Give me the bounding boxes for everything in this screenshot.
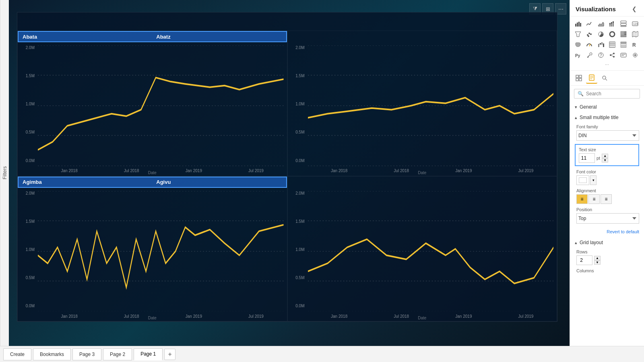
svg-rect-26 [611, 24, 612, 27]
rows-label: Rows [576, 249, 639, 254]
chart-bottom-left: Agimba Agivu 2.0M 1.5M 1.0M 0.5M 0.0M [17, 176, 287, 322]
viz-icon-card[interactable]: 123 [630, 19, 640, 29]
tab-add-button[interactable]: + [164, 349, 175, 360]
tab-bookmarks[interactable]: Bookmarks [33, 348, 71, 360]
tab-page2[interactable]: Page 2 [103, 348, 132, 360]
chart-top-left: Abata Abatz 2.0M 1.5M 1.0M 0.5M 0.0M [17, 31, 287, 176]
viz-icon-smart-narrative[interactable] [619, 50, 628, 60]
svg-line-91 [605, 79, 607, 80]
viz-icon-python[interactable]: Py [573, 50, 583, 60]
grid-layout-title: Grid layout [580, 240, 603, 245]
section-general[interactable]: ▾ General [570, 102, 644, 112]
svg-rect-76 [621, 53, 626, 57]
align-left-btn[interactable]: ≡ [576, 194, 588, 204]
revert-link[interactable]: Revert to default [607, 229, 639, 234]
viz-icon-map[interactable] [630, 29, 640, 39]
viz-icon-r-script[interactable]: R [630, 40, 640, 49]
viz-icon-scatter[interactable] [584, 29, 594, 39]
revert-row: Revert to default [570, 225, 644, 237]
align-right-btn[interactable]: ≡ [601, 194, 612, 204]
font-family-select[interactable]: DIN Arial Calibri Segoe UI [576, 130, 639, 141]
viz-icon-funnel[interactable] [573, 29, 583, 39]
filters-panel-toggle[interactable]: Filters [0, 0, 9, 346]
viz-icon-qa[interactable]: ? [596, 50, 606, 60]
search-input[interactable] [586, 91, 644, 97]
chart-header-top-left: Abata Abatz [18, 31, 287, 42]
section-small-multiple-title[interactable]: ▴ Small multiple title [570, 112, 644, 123]
svg-rect-25 [609, 23, 611, 25]
x-axis-bottom-left: Jan 2018 Jul 2018 Jan 2019 Jul 2019 [38, 311, 287, 321]
chart-svg-bottom-left [38, 191, 284, 312]
viz-icon-table[interactable] [619, 40, 628, 49]
search-box[interactable]: 🔍 [574, 89, 640, 99]
font-color-label: Font color [576, 169, 639, 174]
svg-rect-83 [579, 75, 582, 78]
font-color-swatch[interactable] [576, 175, 589, 185]
rows-input[interactable] [576, 255, 592, 265]
viz-icon-waterfall[interactable] [596, 40, 606, 49]
svg-text:?: ? [600, 53, 602, 58]
tab-search[interactable] [599, 72, 610, 84]
text-size-input[interactable] [579, 153, 595, 163]
chart-title-agivu: Agivu [152, 179, 286, 185]
svg-rect-44 [624, 31, 626, 33]
viz-icon-more[interactable] [630, 50, 640, 60]
svg-rect-24 [609, 25, 611, 27]
viz-more-dots: ··· [573, 61, 641, 68]
chart-title-abata: Abata [19, 34, 152, 40]
viz-icon-area[interactable] [596, 19, 606, 29]
tab-grid-view[interactable] [573, 72, 584, 84]
panel-header: Visualizations ❮ [570, 0, 644, 16]
rows-up-btn[interactable]: ▲ [594, 256, 601, 260]
position-select[interactable]: Top Bottom Left Right [576, 213, 639, 224]
tab-format[interactable] [586, 72, 597, 84]
section-grid-layout[interactable]: ▴ Grid layout [570, 237, 644, 248]
viz-icon-donut[interactable] [607, 29, 617, 39]
chart-bottom-right: 2.0M 1.5M 1.0M 0.5M 0.0M [287, 176, 557, 322]
viz-icon-line[interactable] [584, 19, 594, 29]
small-multiple-title: Small multiple title [580, 115, 619, 120]
viz-icon-bar[interactable] [573, 19, 583, 29]
viz-icon-stacked-bar[interactable] [607, 19, 617, 29]
alignment-label: Alignment [576, 188, 639, 193]
alignment-row: Alignment ≡ ≡ ≡ [570, 187, 644, 206]
text-size-up-btn[interactable]: ▲ [602, 154, 608, 158]
text-size-down-btn[interactable]: ▼ [602, 158, 608, 162]
charts-grid: Abata Abatz 2.0M 1.5M 1.0M 0.5M 0.0M [17, 31, 557, 321]
viz-icon-matrix[interactable] [607, 40, 617, 49]
svg-rect-54 [603, 43, 604, 47]
viz-icon-multi-row-card[interactable] [619, 19, 628, 29]
panel-collapse-button[interactable]: ❮ [630, 5, 638, 13]
chart-top-right: 2.0M 1.5M 1.0M 0.5M 0.0M [287, 31, 557, 176]
tab-page3[interactable]: Page 3 [72, 348, 101, 360]
text-size-spinner: ▲ ▼ [602, 154, 608, 162]
columns-label: Columns [576, 268, 639, 273]
chart-svg-top-right [308, 45, 554, 166]
general-title: General [580, 104, 597, 110]
viz-icon-treemap[interactable] [619, 29, 628, 39]
viz-icon-filled-map[interactable] [573, 40, 583, 49]
align-center-btn[interactable]: ≡ [588, 194, 600, 204]
chart-body-bottom-left [18, 188, 287, 312]
svg-rect-32 [621, 26, 626, 27]
rows-down-btn[interactable]: ▼ [594, 260, 601, 265]
tab-page1[interactable]: Page 1 [134, 348, 163, 360]
viz-icon-pie[interactable] [596, 29, 606, 39]
svg-point-37 [588, 33, 590, 34]
chart-body-bottom-right [288, 188, 557, 312]
chart-svg-bottom-right [308, 191, 554, 312]
svg-rect-21 [577, 23, 578, 27]
font-color-dropdown[interactable]: ▾ [590, 175, 597, 185]
text-size-unit: pt [597, 156, 600, 160]
svg-point-38 [590, 33, 592, 35]
viz-icon-key-influencers[interactable] [584, 50, 594, 60]
svg-rect-51 [598, 44, 599, 47]
tab-create[interactable]: Create [3, 348, 31, 360]
viz-icon-gauge[interactable] [584, 40, 594, 49]
svg-marker-35 [575, 32, 581, 37]
svg-rect-55 [609, 42, 615, 47]
viz-icon-decomposition-tree[interactable] [607, 50, 617, 60]
position-label: Position [576, 207, 639, 212]
font-color-row: Font color ▾ [570, 168, 644, 187]
svg-marker-47 [632, 31, 638, 37]
